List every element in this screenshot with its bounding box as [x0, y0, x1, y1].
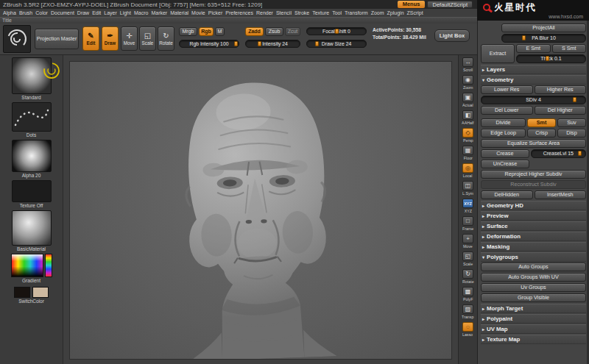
projection-master-button[interactable]: Projection Master: [35, 29, 79, 49]
section-header[interactable]: ▸ Geometry HD: [481, 201, 586, 210]
del-lower-button[interactable]: Del Lower: [481, 106, 533, 115]
suv-toggle[interactable]: Suv: [557, 118, 586, 127]
menu-item[interactable]: Transform: [343, 10, 370, 15]
menu-item[interactable]: Edit: [91, 10, 102, 15]
polygroup-button[interactable]: Uv Groups: [481, 283, 586, 292]
right-shelf-item[interactable]: + Move: [459, 234, 477, 251]
edit-button[interactable]: ✎ Edit: [82, 26, 99, 51]
section-header[interactable]: ▸ Texture Map: [481, 335, 586, 344]
move-button[interactable]: ✛ Move: [121, 26, 138, 51]
menu-item[interactable]: Document: [49, 10, 76, 15]
pa-blur-slider[interactable]: PA Blur 10: [501, 34, 586, 43]
right-shelf-item[interactable]: ▨ Transp: [459, 304, 477, 322]
menu-item[interactable]: Material: [169, 10, 190, 15]
right-shelf-item[interactable]: ◎ Local: [459, 163, 477, 181]
slider-notch[interactable]: [315, 41, 319, 46]
right-shelf-item[interactable]: ↻ Rotate: [459, 269, 477, 287]
draw-size-slider[interactable]: Draw Size 24: [306, 40, 367, 48]
right-shelf-item[interactable]: ▩ PolyF: [459, 287, 477, 304]
menu-item[interactable]: ZScript: [406, 10, 425, 15]
sdiv-slider[interactable]: SDiv 4: [481, 96, 586, 104]
section-header[interactable]: ▸ Masking: [481, 242, 586, 251]
right-shelf-item[interactable]: ↔ Scroll: [459, 57, 477, 75]
alpha-picker[interactable]: [12, 140, 52, 172]
project-all-button[interactable]: ProjectAll: [501, 24, 586, 32]
light-box-button[interactable]: Light Box: [434, 29, 470, 42]
menu-item[interactable]: Movie: [190, 10, 207, 15]
menus-button[interactable]: Menus: [398, 1, 426, 8]
reconstruct-subdiv-button[interactable]: Reconstruct Subdiv: [481, 180, 586, 189]
m-button[interactable]: M: [215, 27, 225, 36]
slider-notch[interactable]: [522, 35, 526, 40]
hue-strip[interactable]: [45, 254, 52, 277]
menu-item[interactable]: Color: [34, 10, 49, 15]
section-header[interactable]: ▸ UV Map: [481, 324, 586, 334]
section-header[interactable]: ▸ Preview: [481, 211, 586, 221]
section-geometry[interactable]: ▾ Geometry: [481, 75, 586, 85]
menu-item[interactable]: Brush: [18, 10, 34, 15]
insert-mesh-button[interactable]: InsertMesh: [535, 190, 587, 199]
slider-notch[interactable]: [546, 56, 549, 61]
z-intensity-slider[interactable]: Z Intensity 24: [245, 40, 300, 48]
smt-toggle[interactable]: Smt: [527, 118, 556, 127]
equalize-surface-area-button[interactable]: Equalize Surface Area: [481, 139, 586, 148]
reproject-higher-subdiv-button[interactable]: Reproject Higher Subdiv: [481, 170, 586, 179]
menu-item[interactable]: Draw: [76, 10, 91, 15]
right-shelf-item[interactable]: ▣ Actual: [459, 93, 477, 110]
menu-item[interactable]: Tool: [331, 10, 343, 15]
thick-slider[interactable]: Thick 0.1: [516, 54, 586, 63]
default-zscript-button[interactable]: DefaultZScript: [427, 1, 473, 8]
menu-item[interactable]: Stencil: [275, 10, 293, 15]
menu-item[interactable]: Macro: [133, 10, 149, 15]
slider-notch[interactable]: [335, 29, 339, 34]
e-smt-button[interactable]: E Smt: [516, 44, 551, 53]
crease-lvl-slider[interactable]: CreaseLvl 15: [531, 149, 586, 158]
section-header[interactable]: ▸ Polypaint: [481, 314, 586, 324]
mrgb-button[interactable]: Mrgb: [179, 27, 197, 36]
zadd-button[interactable]: Zadd: [245, 27, 264, 36]
edge-loop-button[interactable]: Edge Loop: [481, 129, 526, 138]
slider-notch[interactable]: [573, 97, 576, 102]
del-higher-button[interactable]: Del Higher: [535, 106, 587, 115]
section-layers[interactable]: ▸ Layers: [481, 65, 586, 74]
right-shelf-item[interactable]: ▦ Floor: [459, 146, 477, 163]
rgb-button[interactable]: Rgb: [199, 27, 214, 36]
menu-item[interactable]: Texture: [311, 10, 331, 15]
menu-item[interactable]: Preferences: [224, 10, 255, 15]
slider-notch[interactable]: [234, 41, 238, 46]
right-shelf-item[interactable]: XYZ XYZ: [459, 199, 477, 216]
menu-item[interactable]: Zoom: [370, 10, 386, 15]
right-shelf-item[interactable]: ◫ L.Sym: [459, 181, 477, 199]
menu-item[interactable]: Alpha: [1, 10, 18, 15]
right-shelf-item[interactable]: ◇ Persp: [459, 128, 477, 146]
s-smt-button[interactable]: S Smt: [552, 44, 587, 53]
zsub-button[interactable]: Zsub: [265, 27, 283, 36]
del-hidden-button[interactable]: DelHidden: [481, 190, 533, 199]
color-picker-square[interactable]: [11, 254, 43, 277]
divide-button[interactable]: Divide: [481, 118, 526, 127]
disp-toggle[interactable]: Disp: [557, 129, 586, 138]
sculpted-head[interactable]: [137, 67, 375, 360]
section-header[interactable]: ▸ Deformation: [481, 232, 586, 241]
zcut-button[interactable]: Zcut: [285, 27, 300, 36]
spiral-tool-thumbnail[interactable]: [3, 25, 31, 53]
lower-res-button[interactable]: Lower Res: [481, 85, 533, 94]
polygroup-button[interactable]: Auto Groups With UV: [481, 273, 586, 282]
right-shelf-item[interactable]: ◌ Lasso: [459, 322, 477, 340]
section-polygroups[interactable]: ▾ Polygroups: [481, 252, 586, 262]
extract-button[interactable]: Extract: [481, 44, 515, 63]
draw-button[interactable]: ✒ Draw: [102, 26, 119, 51]
right-shelf-item[interactable]: ◱ Scale: [459, 251, 477, 269]
rotate-button[interactable]: ↻ Rotate: [158, 26, 174, 51]
right-shelf-item[interactable]: □ Frame: [459, 216, 477, 234]
section-header[interactable]: ▸ Morph Target: [481, 304, 586, 313]
color-picker[interactable]: [11, 254, 52, 277]
document-canvas[interactable]: [69, 61, 452, 360]
section-header[interactable]: ▸ Surface: [481, 221, 586, 231]
slider-notch[interactable]: [578, 151, 582, 156]
menu-item[interactable]: Stroke: [293, 10, 311, 15]
menu-item[interactable]: Picker: [207, 10, 224, 15]
main-color-swatch[interactable]: [14, 287, 30, 298]
polygroup-button[interactable]: Auto Groups: [481, 263, 586, 271]
stroke-picker[interactable]: [12, 102, 52, 132]
